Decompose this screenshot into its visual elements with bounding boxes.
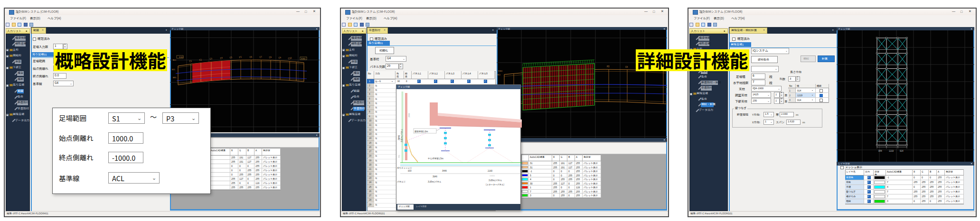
svg-text:C8: C8: [269, 55, 272, 59]
svg-text:(スターターパネル): (スターターパネル): [486, 183, 505, 186]
svg-text:C6: C6: [625, 65, 628, 68]
svg-text:C6: C6: [249, 55, 253, 58]
svg-text:3.85m/パネル: 3.85m/パネル: [400, 129, 403, 142]
svg-text:3.85m/パネル: 3.85m/パネル: [428, 180, 442, 183]
svg-text:パネル①: パネル①: [397, 180, 405, 183]
svg-text:C9: C9: [278, 56, 282, 59]
svg-text:C10: C10: [288, 56, 292, 60]
svg-text:P3: P3: [607, 65, 610, 68]
svg-text:3.85m/パネル: 3.85m/パネル: [489, 179, 502, 182]
svg-text:771: 771: [397, 155, 400, 158]
svg-text:914: 914: [900, 149, 904, 152]
svg-text:1219: 1219: [889, 149, 894, 152]
svg-text:3846: 3846: [433, 175, 437, 178]
svg-text:954: 954: [878, 149, 882, 152]
svg-text:C7: C7: [259, 55, 263, 58]
svg-text:S1A1: S1A1: [179, 55, 183, 58]
svg-text:3846: 3846: [397, 135, 400, 140]
svg-text:ACL: ACL: [172, 68, 176, 71]
svg-text:C2: C2: [199, 58, 202, 61]
svg-text:C4: C4: [220, 56, 223, 59]
svg-text:3446: 3446: [442, 169, 447, 172]
svg-text:やらず単管1.5m: やらず単管1.5m: [428, 157, 443, 160]
svg-text:1900: 1900: [407, 113, 410, 118]
svg-text:C1: C1: [189, 59, 192, 63]
svg-text:11021: 11021: [490, 174, 495, 177]
svg-text:P3: P3: [239, 55, 242, 58]
svg-text:BR1: BR1: [173, 76, 176, 79]
svg-text:C5: C5: [229, 55, 233, 59]
svg-text:BL1: BL1: [497, 73, 500, 76]
svg-text:BL1: BL1: [173, 58, 176, 61]
svg-text:建築単管1.0m: 建築単管1.0m: [415, 130, 428, 133]
svg-text:S1A1: S1A1: [498, 69, 502, 72]
svg-text:S1A2: S1A2: [301, 57, 306, 60]
svg-text:2180: 2180: [488, 169, 492, 172]
svg-text:833: 833: [408, 169, 412, 172]
